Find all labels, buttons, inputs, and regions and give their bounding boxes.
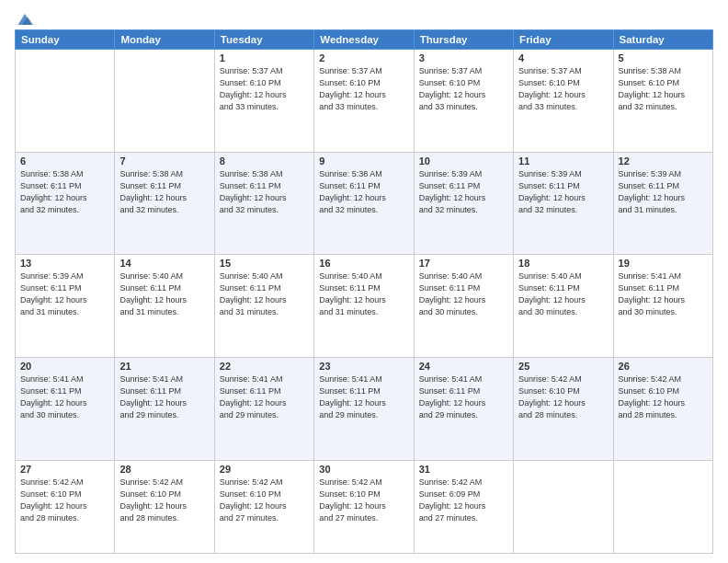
calendar-header-tuesday: Tuesday — [214, 30, 313, 50]
day-number: 22 — [220, 361, 309, 372]
day-info: Sunrise: 5:42 AM Sunset: 6:10 PM Dayligh… — [119, 477, 209, 524]
calendar-cell: 18Sunrise: 5:40 AM Sunset: 6:11 PM Dayli… — [514, 255, 613, 358]
calendar-cell: 23Sunrise: 5:41 AM Sunset: 6:11 PM Dayli… — [314, 357, 414, 460]
day-number: 12 — [619, 155, 708, 167]
day-info: Sunrise: 5:41 AM Sunset: 6:11 PM Dayligh… — [220, 373, 309, 421]
calendar-week-row: 27Sunrise: 5:42 AM Sunset: 6:10 PM Dayli… — [16, 460, 713, 554]
day-number: 10 — [419, 155, 508, 167]
day-info: Sunrise: 5:37 AM Sunset: 6:10 PM Dayligh… — [319, 65, 408, 113]
logo-icon — [17, 11, 33, 28]
calendar-week-row: 6Sunrise: 5:38 AM Sunset: 6:11 PM Daylig… — [16, 152, 713, 255]
calendar-cell: 24Sunrise: 5:41 AM Sunset: 6:11 PM Dayli… — [414, 357, 513, 460]
calendar-cell — [115, 50, 214, 153]
calendar-cell: 13Sunrise: 5:39 AM Sunset: 6:11 PM Dayli… — [16, 255, 115, 358]
day-info: Sunrise: 5:39 AM Sunset: 6:11 PM Dayligh… — [20, 270, 109, 318]
day-number: 15 — [220, 258, 309, 269]
day-info: Sunrise: 5:41 AM Sunset: 6:11 PM Dayligh… — [319, 373, 408, 421]
calendar-cell: 1Sunrise: 5:37 AM Sunset: 6:10 PM Daylig… — [214, 50, 313, 153]
day-number: 26 — [619, 361, 708, 372]
calendar-header-saturday: Saturday — [613, 30, 712, 50]
calendar-header-monday: Monday — [115, 30, 214, 50]
day-info: Sunrise: 5:40 AM Sunset: 6:11 PM Dayligh… — [220, 270, 309, 318]
day-info: Sunrise: 5:42 AM Sunset: 6:10 PM Dayligh… — [20, 477, 109, 524]
day-number: 19 — [619, 258, 708, 269]
day-number: 6 — [20, 155, 109, 167]
calendar-cell: 25Sunrise: 5:42 AM Sunset: 6:10 PM Dayli… — [514, 357, 613, 460]
logo — [15, 9, 35, 28]
day-info: Sunrise: 5:40 AM Sunset: 6:11 PM Dayligh… — [119, 270, 209, 318]
calendar-header-sunday: Sunday — [16, 30, 115, 50]
page: SundayMondayTuesdayWednesdayThursdayFrid… — [0, 0, 728, 563]
calendar-cell: 10Sunrise: 5:39 AM Sunset: 6:11 PM Dayli… — [414, 152, 513, 255]
day-info: Sunrise: 5:41 AM Sunset: 6:11 PM Dayligh… — [119, 373, 209, 421]
day-info: Sunrise: 5:42 AM Sunset: 6:10 PM Dayligh… — [220, 477, 309, 524]
day-number: 13 — [20, 258, 109, 269]
calendar-cell: 27Sunrise: 5:42 AM Sunset: 6:10 PM Dayli… — [16, 460, 115, 554]
day-number: 24 — [419, 361, 508, 372]
calendar-cell: 14Sunrise: 5:40 AM Sunset: 6:11 PM Dayli… — [115, 255, 214, 358]
calendar-cell: 30Sunrise: 5:42 AM Sunset: 6:10 PM Dayli… — [314, 460, 414, 554]
calendar-cell: 21Sunrise: 5:41 AM Sunset: 6:11 PM Dayli… — [115, 357, 214, 460]
day-info: Sunrise: 5:39 AM Sunset: 6:11 PM Dayligh… — [619, 168, 708, 216]
calendar-header-row: SundayMondayTuesdayWednesdayThursdayFrid… — [16, 30, 713, 50]
day-info: Sunrise: 5:38 AM Sunset: 6:11 PM Dayligh… — [20, 168, 109, 216]
day-number: 4 — [518, 52, 608, 63]
day-info: Sunrise: 5:40 AM Sunset: 6:11 PM Dayligh… — [319, 270, 408, 318]
calendar-cell: 2Sunrise: 5:37 AM Sunset: 6:10 PM Daylig… — [314, 50, 414, 153]
calendar-cell: 29Sunrise: 5:42 AM Sunset: 6:10 PM Dayli… — [214, 460, 313, 554]
day-info: Sunrise: 5:42 AM Sunset: 6:10 PM Dayligh… — [619, 373, 708, 421]
day-number: 9 — [319, 155, 408, 167]
day-number: 23 — [319, 361, 408, 372]
calendar-header-wednesday: Wednesday — [314, 30, 414, 50]
calendar-cell: 26Sunrise: 5:42 AM Sunset: 6:10 PM Dayli… — [613, 357, 712, 460]
calendar-week-row: 20Sunrise: 5:41 AM Sunset: 6:11 PM Dayli… — [16, 357, 713, 460]
calendar-cell: 3Sunrise: 5:37 AM Sunset: 6:10 PM Daylig… — [414, 50, 513, 153]
day-info: Sunrise: 5:38 AM Sunset: 6:11 PM Dayligh… — [319, 168, 408, 216]
day-number: 17 — [419, 258, 508, 269]
calendar-cell: 12Sunrise: 5:39 AM Sunset: 6:11 PM Dayli… — [613, 152, 712, 255]
header — [15, 9, 713, 28]
calendar-cell: 6Sunrise: 5:38 AM Sunset: 6:11 PM Daylig… — [16, 152, 115, 255]
calendar-cell: 4Sunrise: 5:37 AM Sunset: 6:10 PM Daylig… — [514, 50, 613, 153]
day-info: Sunrise: 5:38 AM Sunset: 6:11 PM Dayligh… — [119, 168, 209, 216]
calendar-cell — [613, 460, 712, 554]
day-info: Sunrise: 5:37 AM Sunset: 6:10 PM Dayligh… — [419, 65, 508, 113]
day-info: Sunrise: 5:38 AM Sunset: 6:11 PM Dayligh… — [220, 168, 309, 216]
calendar-cell: 16Sunrise: 5:40 AM Sunset: 6:11 PM Dayli… — [314, 255, 414, 358]
day-number: 18 — [518, 258, 608, 269]
day-number: 1 — [220, 52, 309, 63]
day-number: 29 — [220, 464, 309, 475]
day-number: 3 — [419, 52, 508, 63]
calendar-cell: 15Sunrise: 5:40 AM Sunset: 6:11 PM Dayli… — [214, 255, 313, 358]
calendar-cell: 20Sunrise: 5:41 AM Sunset: 6:11 PM Dayli… — [16, 357, 115, 460]
day-number: 27 — [20, 464, 109, 475]
calendar-header-friday: Friday — [514, 30, 613, 50]
calendar-cell: 9Sunrise: 5:38 AM Sunset: 6:11 PM Daylig… — [314, 152, 414, 255]
day-number: 2 — [319, 52, 408, 63]
day-number: 31 — [419, 464, 508, 475]
day-number: 30 — [319, 464, 408, 475]
calendar-cell — [16, 50, 115, 153]
day-info: Sunrise: 5:37 AM Sunset: 6:10 PM Dayligh… — [220, 65, 309, 113]
day-info: Sunrise: 5:42 AM Sunset: 6:10 PM Dayligh… — [319, 477, 408, 524]
calendar-cell: 11Sunrise: 5:39 AM Sunset: 6:11 PM Dayli… — [514, 152, 613, 255]
calendar-cell: 5Sunrise: 5:38 AM Sunset: 6:10 PM Daylig… — [613, 50, 712, 153]
calendar-cell: 7Sunrise: 5:38 AM Sunset: 6:11 PM Daylig… — [115, 152, 214, 255]
day-number: 5 — [619, 52, 708, 63]
calendar-cell: 31Sunrise: 5:42 AM Sunset: 6:09 PM Dayli… — [414, 460, 513, 554]
calendar-cell: 17Sunrise: 5:40 AM Sunset: 6:11 PM Dayli… — [414, 255, 513, 358]
day-info: Sunrise: 5:41 AM Sunset: 6:11 PM Dayligh… — [619, 270, 708, 318]
calendar-table: SundayMondayTuesdayWednesdayThursdayFrid… — [15, 29, 713, 554]
day-info: Sunrise: 5:41 AM Sunset: 6:11 PM Dayligh… — [419, 373, 508, 421]
day-number: 11 — [518, 155, 608, 167]
calendar-week-row: 1Sunrise: 5:37 AM Sunset: 6:10 PM Daylig… — [16, 50, 713, 153]
day-number: 16 — [319, 258, 408, 269]
day-info: Sunrise: 5:42 AM Sunset: 6:10 PM Dayligh… — [518, 373, 608, 421]
calendar-cell: 28Sunrise: 5:42 AM Sunset: 6:10 PM Dayli… — [115, 460, 214, 554]
day-number: 25 — [518, 361, 608, 372]
day-number: 20 — [20, 361, 109, 372]
day-info: Sunrise: 5:41 AM Sunset: 6:11 PM Dayligh… — [20, 373, 109, 421]
day-info: Sunrise: 5:42 AM Sunset: 6:09 PM Dayligh… — [419, 477, 508, 524]
calendar-header-thursday: Thursday — [414, 30, 513, 50]
calendar-cell: 19Sunrise: 5:41 AM Sunset: 6:11 PM Dayli… — [613, 255, 712, 358]
